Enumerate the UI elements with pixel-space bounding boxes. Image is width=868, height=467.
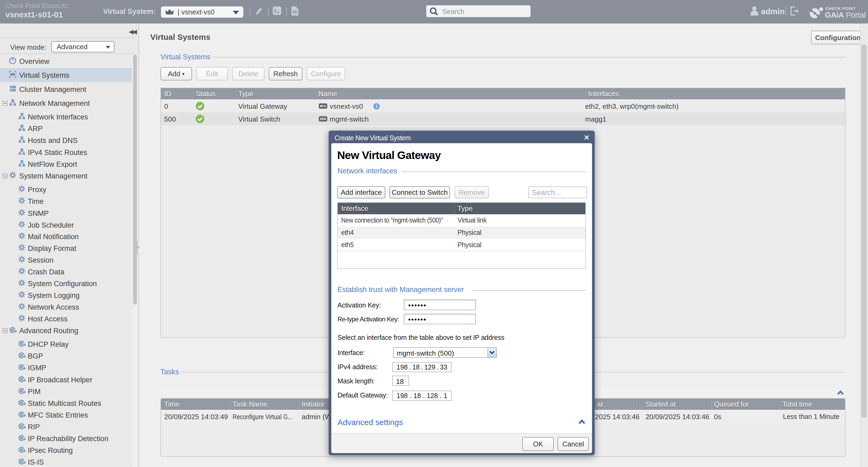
svg-text:i: i (376, 104, 377, 109)
